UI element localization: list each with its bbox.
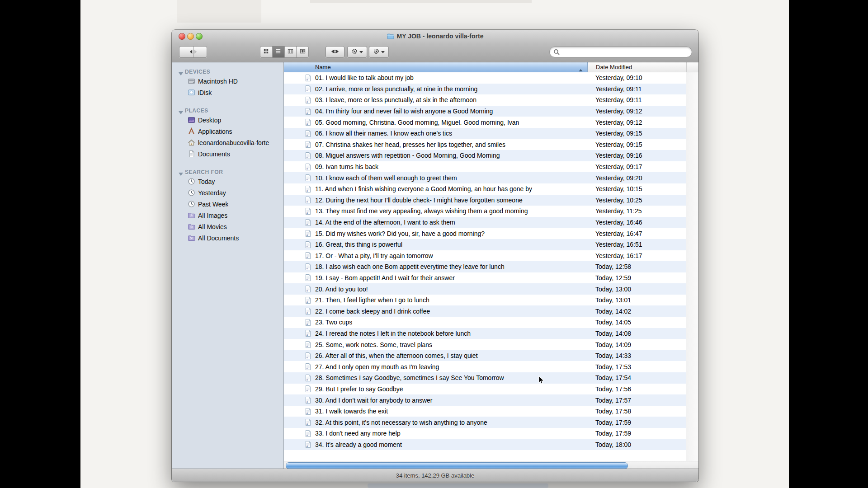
file-name: 27. And I only open my mouth as I'm leav…: [315, 363, 439, 371]
file-row[interactable]: a 01. I would like to talk about my job …: [284, 72, 686, 84]
file-date: Today, 17:56: [595, 385, 631, 393]
file-row[interactable]: a 11. And when I finish wishing everyone…: [284, 183, 686, 195]
svg-text:a: a: [307, 378, 308, 381]
sidebar-item-past-week[interactable]: Past Week: [172, 198, 283, 210]
file-row[interactable]: a 28. Sometimes I say Goodbye, sometimes…: [284, 372, 686, 384]
horizontal-scroll-thumb[interactable]: [286, 462, 628, 469]
coverflow-view-button[interactable]: [296, 47, 308, 57]
file-row[interactable]: a 05. Good morning, Christina. Good morn…: [284, 117, 686, 128]
file-row[interactable]: a 32. At this point, it's not necessary …: [284, 417, 686, 428]
sidebar-item-label: leonardonabucovilla-forte: [198, 139, 269, 146]
action-menu-button[interactable]: [347, 46, 367, 58]
column-header-name[interactable]: Name: [284, 62, 588, 72]
svg-text:a: a: [307, 233, 308, 237]
search-input[interactable]: [549, 47, 692, 57]
file-row[interactable]: a 34. It's already a good moment Today, …: [284, 439, 686, 450]
svg-text:a: a: [307, 200, 308, 204]
file-row[interactable]: a 30. And I don't wait for anybody to an…: [284, 394, 686, 406]
file-row[interactable]: a 18. I also wish each one Bom appetit e…: [284, 261, 686, 272]
file-row[interactable]: a 25. Some, work notes. Some, travel pla…: [284, 339, 686, 350]
file-row[interactable]: a 19. I say - Bom appetit! And I wait fo…: [284, 272, 686, 284]
file-row[interactable]: a 26. After all of this, when the aftern…: [284, 350, 686, 361]
file-row[interactable]: a 08. Miguel answers with repetition - G…: [284, 150, 686, 161]
list-view-button[interactable]: [272, 47, 284, 57]
text-document-icon: a: [305, 118, 311, 126]
file-name: 11. And when I finish wishing everyone a…: [315, 185, 532, 192]
file-row[interactable]: a 03. I leave, more or less punctually, …: [284, 94, 686, 106]
sidebar-item-applications[interactable]: Applications: [172, 126, 283, 137]
text-document-icon: a: [305, 219, 311, 226]
file-row[interactable]: a 04. I'm thirty four and never fail to …: [284, 106, 686, 117]
file-row[interactable]: a 02. I arrive, more or less punctually,…: [284, 84, 686, 95]
file-row[interactable]: a 31. I walk towards the exit Today, 17:…: [284, 406, 686, 417]
file-name: 18. I also wish each one Bom appetit eve…: [315, 263, 505, 270]
file-row[interactable]: a 27. And I only open my mouth as I'm le…: [284, 361, 686, 372]
sidebar-item-today[interactable]: Today: [172, 176, 283, 187]
icon-view-button[interactable]: [260, 47, 272, 57]
screen: MY JOB - leonardo villa-forte: [0, 0, 868, 488]
file-row[interactable]: a 24. I reread the notes I left in the n…: [284, 328, 686, 339]
svg-text:a: a: [307, 411, 308, 415]
sidebar-item-documents[interactable]: Documents: [172, 148, 283, 160]
file-row[interactable]: a 15. Did my wishes work? Did you, sir, …: [284, 228, 686, 239]
file-row[interactable]: a 09. Ivan turns his back Yesterday, 09:…: [284, 161, 686, 173]
status-bar-text: 34 items, 142,29 GB available: [396, 472, 474, 479]
file-row[interactable]: a 22. I come back sleepy and I drink cof…: [284, 305, 686, 317]
column-header-date-modified[interactable]: Date Modified: [588, 62, 687, 72]
sidebar-section: DEVICES Macintosh HD iDisk: [172, 68, 283, 98]
navigation-buttons: [179, 46, 207, 58]
forward-button[interactable]: [193, 47, 198, 57]
file-row[interactable]: a 33. I don't need any more help Today, …: [284, 428, 686, 439]
sidebar-item-macintosh-hd[interactable]: Macintosh HD: [172, 75, 283, 87]
file-row[interactable]: a 23. Two cups Today, 14:05: [284, 317, 686, 328]
sidebar-item-all-documents[interactable]: All Documents: [172, 232, 283, 244]
sidebar-item-all-movies[interactable]: All Movies: [172, 221, 283, 232]
text-document-icon: a: [305, 430, 311, 437]
search-field: [549, 47, 692, 57]
file-row[interactable]: a 14. At the end of the afternoon, I wan…: [284, 217, 686, 228]
sidebar-item-label: Today: [198, 178, 215, 185]
file-row[interactable]: a 20. And to you too! Today, 13:00: [284, 283, 686, 295]
file-row[interactable]: a 16. Great, this thing is powerful Yest…: [284, 239, 686, 250]
text-document-icon: a: [305, 130, 311, 137]
gear-menu-button[interactable]: [369, 46, 389, 58]
clock-icon: [188, 178, 195, 185]
file-date: Today, 17:59: [595, 430, 631, 437]
sidebar-section-header[interactable]: PLACES: [172, 107, 283, 114]
file-name: 08. Miguel answers with repetition - Goo…: [315, 152, 500, 159]
disclosure-triangle-icon: [179, 171, 183, 174]
file-row[interactable]: a 13. They must find me very appealing, …: [284, 206, 686, 217]
column-header-date-label: Date Modified: [596, 64, 632, 70]
file-date: Today, 17:53: [595, 363, 631, 371]
file-row[interactable]: a 06. I know all their names. I know eac…: [284, 128, 686, 139]
desktop-icon: [188, 116, 195, 124]
file-row[interactable]: a 17. Or - What a pity, I'll try again t…: [284, 250, 686, 262]
file-name: 05. Good morning, Christina. Good mornin…: [315, 119, 519, 126]
back-button[interactable]: [189, 47, 193, 57]
sidebar-item-label: All Images: [198, 212, 227, 219]
sidebar-item-yesterday[interactable]: Yesterday: [172, 187, 283, 198]
sidebar-item-desktop[interactable]: Desktop: [172, 114, 283, 126]
text-document-icon: a: [305, 441, 311, 448]
file-date: Today, 17:57: [595, 397, 631, 404]
svg-text:a: a: [307, 111, 308, 115]
sidebar-section-header[interactable]: SEARCH FOR: [172, 169, 283, 176]
file-date: Today, 13:01: [595, 296, 631, 304]
file-row[interactable]: a 21. Then, I feel ligther when I go to …: [284, 295, 686, 306]
column-view-button[interactable]: [284, 47, 297, 57]
file-name: 19. I say - Bom appetit! And I wait for …: [315, 274, 455, 282]
file-date: Yesterday, 16:17: [595, 252, 642, 259]
quicklook-button[interactable]: [326, 46, 344, 58]
file-date: Today, 14:02: [595, 308, 631, 315]
sidebar-section-header[interactable]: DEVICES: [172, 68, 283, 75]
sidebar-item-leonardonabucovilla-forte[interactable]: leonardonabucovilla-forte: [172, 137, 283, 148]
svg-text:a: a: [307, 222, 308, 226]
sidebar-item-idisk[interactable]: iDisk: [172, 87, 283, 98]
sidebar-item-all-images[interactable]: All Images: [172, 210, 283, 221]
file-row[interactable]: a 10. I know each of them well enough to…: [284, 172, 686, 183]
file-row[interactable]: a 29. But I prefer to say Goodbye Today,…: [284, 384, 686, 395]
file-row[interactable]: a 12. During the next hour I'll double c…: [284, 195, 686, 206]
file-row[interactable]: a 07. Christina shakes her head, presses…: [284, 139, 686, 150]
file-name: 04. I'm thirty four and never fail to wi…: [315, 108, 493, 115]
file-name: 06. I know all their names. I know each …: [315, 130, 452, 137]
